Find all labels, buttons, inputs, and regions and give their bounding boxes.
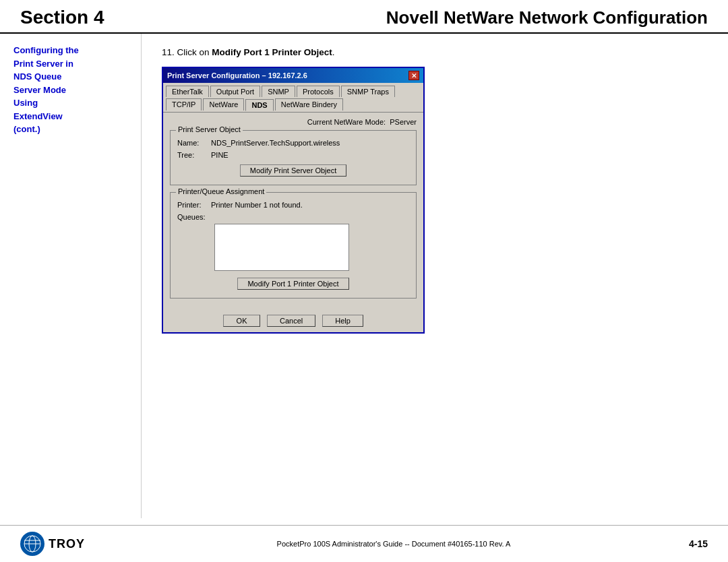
section-label: Section 4 <box>20 7 104 28</box>
printer-row: Printer: Printer Number 1 not found. <box>177 201 409 209</box>
tab-snmp-traps[interactable]: SNMP Traps <box>341 86 395 97</box>
tab-nds[interactable]: NDS <box>245 99 273 111</box>
tab-ethertalk[interactable]: EtherTalk <box>166 86 209 97</box>
tab-output-port[interactable]: Output Port <box>210 86 260 97</box>
print-server-group: Print Server Object Name: NDS_PrintServe… <box>170 130 417 185</box>
tree-row: Tree: PINE <box>177 151 409 159</box>
dialog-body: Current NetWare Mode: PServer Print Serv… <box>163 112 423 311</box>
queues-label: Queues: <box>177 213 211 221</box>
print-server-group-title: Print Server Object <box>176 125 243 133</box>
name-value: NDS_PrintServer.TechSupport.wireless <box>211 139 340 147</box>
tab-snmp[interactable]: SNMP <box>262 86 295 97</box>
name-label: Name: <box>177 139 211 147</box>
troy-brand-text: TROY <box>49 537 85 551</box>
name-row: Name: NDS_PrintServer.TechSupport.wirele… <box>177 139 409 147</box>
dialog-buttons: OK Cancel Help <box>163 311 423 332</box>
footer-doc-text: PocketPro 100S Administrator's Guide -- … <box>98 540 689 548</box>
tab-netware-bindery[interactable]: NetWare Bindery <box>275 98 343 111</box>
dialog-window: Print Server Configuration – 192.167.2.6… <box>162 67 425 334</box>
printer-label: Printer: <box>177 201 211 209</box>
tab-protocols[interactable]: Protocols <box>297 86 340 97</box>
troy-logo-icon <box>20 532 44 556</box>
page-header: Section 4 Novell NetWare Network Configu… <box>0 0 728 34</box>
footer-logo: TROY <box>20 532 85 556</box>
tree-label: Tree: <box>177 151 211 159</box>
modify-port-button[interactable]: Modify Port 1 Printer Object <box>237 278 348 290</box>
dialog-tabs: EtherTalk Output Port SNMP Protocols SNM… <box>163 83 423 111</box>
modify-print-server-button[interactable]: Modify Print Server Object <box>240 164 346 177</box>
sidebar-text: Configuring the Print Server in NDS Queu… <box>13 44 134 136</box>
main-panel: 11. Click on Modify Port 1 Printer Objec… <box>142 34 728 518</box>
sidebar: Configuring the Print Server in NDS Queu… <box>0 34 142 518</box>
queues-listbox[interactable] <box>214 224 349 271</box>
tab-netware[interactable]: NetWare <box>203 98 244 111</box>
dialog-title: Print Server Configuration – 192.167.2.6 <box>167 71 307 80</box>
ok-button[interactable]: OK <box>223 315 260 327</box>
footer-page-number: 4-15 <box>689 538 708 549</box>
cancel-button[interactable]: Cancel <box>267 315 315 327</box>
instruction-text: 11. Click on Modify Port 1 Printer Objec… <box>162 47 708 57</box>
queues-row: Queues: <box>177 213 409 221</box>
printer-queue-group-title: Printer/Queue Assignment <box>176 187 266 195</box>
dialog-close-button[interactable]: ✕ <box>408 71 419 80</box>
footer: TROY PocketPro 100S Administrator's Guid… <box>0 525 728 562</box>
help-button[interactable]: Help <box>322 315 363 327</box>
printer-value: Printer Number 1 not found. <box>211 201 303 209</box>
tree-value: PINE <box>211 151 229 159</box>
troy-logo-svg <box>23 534 42 553</box>
printer-queue-group: Printer/Queue Assignment Printer: Printe… <box>170 192 417 299</box>
tab-tcpip[interactable]: TCP/IP <box>166 98 202 111</box>
content-area: Configuring the Print Server in NDS Queu… <box>0 34 728 518</box>
tab-row-1: EtherTalk Output Port SNMP Protocols SNM… <box>166 86 421 97</box>
tab-row-2: TCP/IP NetWare NDS NetWare Bindery <box>166 98 421 111</box>
page-title: Novell NetWare Network Configuration <box>386 7 708 28</box>
dialog-titlebar: Print Server Configuration – 192.167.2.6… <box>163 68 423 83</box>
